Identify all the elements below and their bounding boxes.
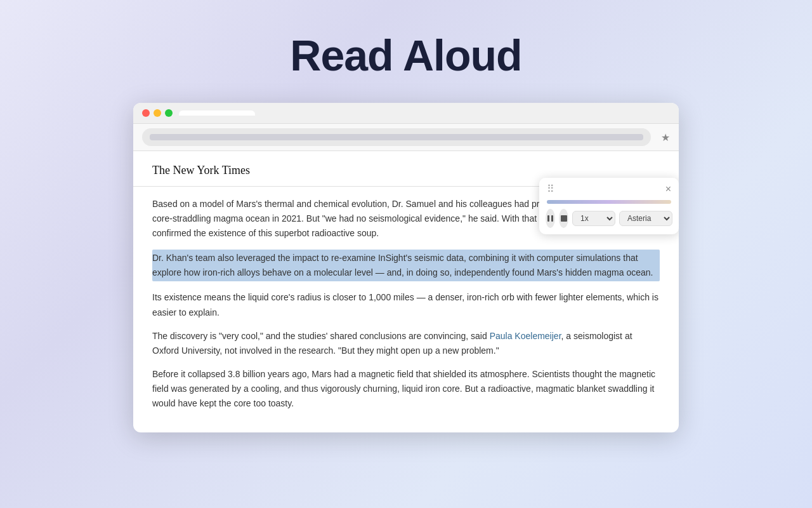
browser-content: The New York Times Based on a model of M…	[133, 151, 679, 432]
close-traffic-light[interactable]	[142, 109, 150, 117]
article-paragraph-5: Before it collapsed 3.8 billion years ag…	[152, 367, 660, 411]
article-paragraph-2-highlighted: Dr. Khan's team also leveraged the impac…	[152, 250, 660, 281]
stop-icon	[561, 215, 567, 222]
browser-toolbar: ★	[133, 124, 679, 151]
article-paragraph-4: The discovery is "very cool," and the st…	[152, 329, 660, 358]
drag-handle-icon[interactable]: ⠿	[547, 183, 554, 195]
browser-window: ★ The New York Times Based on a model of…	[133, 103, 679, 432]
article-paragraph-4-before: The discovery is "very cool," and the st…	[152, 331, 490, 341]
widget-close-button[interactable]: ×	[665, 184, 671, 194]
pause-bar-left	[547, 215, 549, 222]
widget-controls: 1x 0.5x 0.75x 1.25x 1.5x 2x Asteria Matt…	[539, 209, 679, 234]
article-paragraph-4-link[interactable]: Paula Koelemeijer	[490, 331, 561, 341]
bookmark-icon[interactable]: ★	[661, 131, 670, 144]
fullscreen-traffic-light[interactable]	[165, 109, 173, 117]
speed-select[interactable]: 1x 0.5x 0.75x 1.25x 1.5x 2x	[572, 211, 615, 226]
stop-button[interactable]	[559, 209, 568, 228]
pause-button[interactable]	[546, 209, 555, 228]
article-content: Based on a model of Mars's thermal and c…	[133, 197, 679, 411]
traffic-lights	[142, 109, 173, 117]
read-aloud-widget: ⠿ × 1x 0.5x	[539, 178, 679, 234]
url-bar-fill	[150, 134, 643, 140]
pause-icon	[547, 215, 553, 222]
article-paragraph-3: Its existence means the liquid core's ra…	[152, 290, 660, 319]
widget-progress-bar[interactable]	[547, 200, 671, 204]
browser-tab[interactable]	[179, 110, 255, 116]
pause-bar-right	[551, 215, 553, 222]
browser-titlebar	[133, 103, 679, 124]
minimize-traffic-light[interactable]	[154, 109, 161, 117]
voice-select[interactable]: Asteria Matthew Joanna Salli	[619, 211, 672, 226]
widget-header: ⠿ ×	[539, 178, 679, 200]
page-title: Read Aloud	[290, 30, 521, 80]
url-bar[interactable]	[142, 128, 651, 146]
